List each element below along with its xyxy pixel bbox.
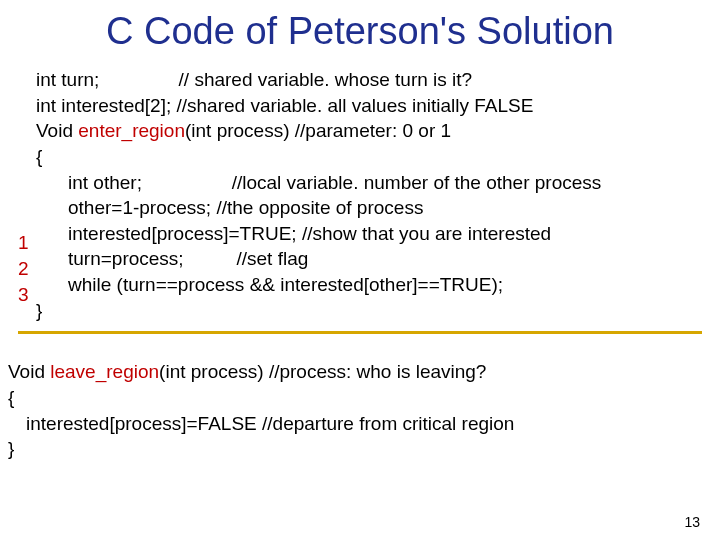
slide-container: C Code of Peterson's Solution 1 2 3 int … [0,0,720,540]
section-divider [18,331,702,334]
code-line: { [18,144,702,170]
code-line: } [18,298,702,324]
code-text: interested[process]=TRUE; //show that yo… [68,223,551,244]
code-line: } [8,436,702,462]
code-line: int interested[2]; //shared variable. al… [18,93,702,119]
code-line: int other; //local variable. number of t… [18,170,702,196]
code-text: //set flag [236,248,308,269]
code-text: (int process) //process: who is leaving? [159,361,486,382]
line-number-2: 2 [18,256,38,282]
function-name: leave_region [50,361,159,382]
code-text: // shared variable. whose turn is it? [179,69,473,90]
code-line: { [8,385,702,411]
code-line: interested[process]=TRUE; //show that yo… [18,221,702,247]
code-text: int turn; [36,69,99,90]
code-line: while (turn==process && interested[other… [18,272,702,298]
code-line: Void leave_region(int process) //process… [8,359,702,385]
enter-region-code: 1 2 3 int turn; // shared variable. whos… [18,67,702,323]
code-text: { [36,146,42,167]
slide-title: C Code of Peterson's Solution [18,10,702,53]
code-text: while (turn==process && interested[other… [68,274,503,295]
code-text: int interested[2]; //shared variable. al… [36,95,533,116]
code-text: //local variable. number of the other pr… [232,172,602,193]
code-line: Void enter_region(int process) //paramet… [18,118,702,144]
code-text: int other; [68,172,142,193]
code-text: Void [36,120,78,141]
leave-region-code: Void leave_region(int process) //process… [8,359,702,462]
code-line: int turn; // shared variable. whose turn… [18,67,702,93]
code-text: other=1-process; //the opposite of proce… [68,197,423,218]
line-number-1: 1 [18,230,38,256]
code-text: Void [8,361,50,382]
code-text: interested[process]=FALSE //departure fr… [26,413,514,434]
code-line: turn=process; //set flag [18,246,702,272]
code-line: other=1-process; //the opposite of proce… [18,195,702,221]
code-text: (int process) //parameter: 0 or 1 [185,120,451,141]
page-number: 13 [684,514,700,530]
code-text: { [8,387,14,408]
line-number-3: 3 [18,282,38,308]
function-name: enter_region [78,120,185,141]
code-text: } [8,438,14,459]
code-line: interested[process]=FALSE //departure fr… [8,411,702,437]
code-text: turn=process; [68,248,184,269]
